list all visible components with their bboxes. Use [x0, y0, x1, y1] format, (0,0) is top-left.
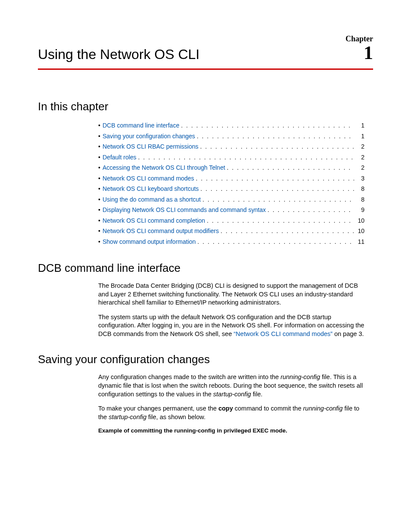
- bullet-icon: •: [98, 184, 103, 194]
- toc-leader-dots: [199, 141, 354, 152]
- toc-link[interactable]: Show command output information: [103, 236, 196, 247]
- toc-leader-dots: [137, 152, 354, 163]
- chapter-header: Chapter Using the Network OS CLI 1: [38, 34, 373, 70]
- toc-link[interactable]: Accessing the Network OS CLI through Tel…: [103, 162, 225, 173]
- text-run: To make your changes permanent, use the: [98, 405, 218, 412]
- bullet-icon: •: [98, 226, 103, 236]
- toc-row: •Network OS CLI command output modifiers…: [98, 226, 364, 236]
- bullet-icon: •: [98, 120, 103, 131]
- toc-page-number: 10: [354, 215, 364, 226]
- text-run: command to commit the: [233, 405, 303, 412]
- toc-page-number: 11: [354, 236, 364, 247]
- bullet-icon: •: [98, 152, 103, 163]
- bullet-icon: •: [98, 162, 103, 173]
- chapter-label: Chapter: [38, 34, 373, 44]
- toc-row: •Displaying Network OS CLI commands and …: [98, 205, 364, 215]
- bullet-icon: •: [98, 236, 103, 247]
- toc-row: •Accessing the Network OS CLI through Te…: [98, 162, 364, 173]
- bullet-icon: •: [98, 173, 103, 184]
- bullet-icon: •: [98, 131, 103, 142]
- toc-page-number: 8: [354, 184, 364, 194]
- heading-in-this-chapter: In this chapter: [38, 100, 373, 113]
- toc-leader-dots: [194, 173, 354, 184]
- toc-leader-dots: [205, 215, 354, 226]
- toc-link[interactable]: Network OS CLI RBAC permissions: [103, 141, 199, 152]
- toc-page-number: 9: [354, 205, 364, 215]
- toc-link[interactable]: DCB command line interface: [103, 120, 179, 131]
- toc-row: •Network OS CLI command completion10: [98, 215, 364, 226]
- toc-leader-dots: [195, 131, 354, 142]
- toc-row: •Default roles2: [98, 152, 364, 163]
- toc-leader-dots: [219, 226, 354, 236]
- toc-page-number: 3: [354, 173, 364, 184]
- text-run: file, as shown below.: [146, 414, 206, 420]
- toc-row: •Saving your configuration changes1: [98, 131, 364, 142]
- toc-leader-dots: [266, 205, 354, 215]
- toc-link[interactable]: Network OS CLI command output modifiers: [103, 226, 219, 236]
- toc-link[interactable]: Network OS CLI keyboard shortcuts: [103, 184, 199, 194]
- toc-leader-dots: [199, 184, 354, 194]
- example-label: Example of committing the running-config…: [98, 427, 373, 434]
- toc-page-number: 8: [354, 194, 364, 205]
- cross-reference-link[interactable]: “Network OS CLI command modes”: [234, 330, 333, 337]
- paragraph: To make your changes permanent, use the …: [98, 404, 369, 421]
- bullet-icon: •: [98, 141, 103, 152]
- command-copy: copy: [218, 405, 233, 412]
- text-run: Any configuration changes made to the sw…: [98, 373, 280, 380]
- toc-row: •Network OS CLI RBAC permissions2: [98, 141, 364, 152]
- term-startup-config: startup-config: [109, 414, 146, 420]
- chapter-number: 1: [364, 44, 373, 62]
- toc-leader-dots: [201, 194, 354, 205]
- text-run: file.: [251, 391, 263, 398]
- toc-row: •Using the do command as a shortcut8: [98, 194, 364, 205]
- heading-saving: Saving your configuration changes: [38, 353, 373, 366]
- toc-link[interactable]: Network OS CLI command modes: [103, 173, 194, 184]
- toc-row: •Network OS CLI command modes3: [98, 173, 364, 184]
- toc-row: •Network OS CLI keyboard shortcuts8: [98, 184, 364, 194]
- chapter-title: Using the Network OS CLI: [38, 47, 199, 62]
- toc-page-number: 1: [354, 131, 364, 142]
- toc-leader-dots: [196, 236, 354, 247]
- bullet-icon: •: [98, 194, 103, 205]
- text-run: on page 3.: [333, 330, 364, 337]
- toc-list: •DCB command line interface1•Saving your…: [98, 120, 364, 247]
- toc-row: •Show command output information11: [98, 236, 364, 247]
- page: Chapter Using the Network OS CLI 1 In th…: [0, 0, 411, 532]
- toc-link[interactable]: Using the do command as a shortcut: [103, 194, 201, 205]
- toc-page-number: 1: [354, 120, 364, 131]
- paragraph: The system starts up with the default Ne…: [98, 313, 369, 339]
- toc-leader-dots: [225, 162, 354, 173]
- toc-leader-dots: [179, 120, 354, 131]
- toc-page-number: 2: [354, 141, 364, 152]
- heading-dcb: DCB command line interface: [38, 261, 373, 275]
- toc-link[interactable]: Network OS CLI command completion: [103, 215, 205, 226]
- toc-page-number: 2: [354, 162, 364, 173]
- paragraph: Any configuration changes made to the sw…: [98, 373, 369, 398]
- bullet-icon: •: [98, 215, 103, 226]
- toc-link[interactable]: Default roles: [103, 152, 137, 163]
- term-running-config: running-config: [280, 373, 320, 380]
- toc-link[interactable]: Displaying Network OS CLI commands and c…: [103, 205, 266, 215]
- term-running-config: running-config: [303, 405, 343, 412]
- term-startup-config: startup-config: [213, 391, 251, 398]
- toc-page-number: 2: [354, 152, 364, 163]
- bullet-icon: •: [98, 205, 103, 215]
- toc-row: •DCB command line interface1: [98, 120, 364, 131]
- toc-page-number: 10: [354, 226, 364, 236]
- paragraph: The Brocade Data Center Bridging (DCB) C…: [98, 282, 369, 307]
- title-row: Using the Network OS CLI 1: [38, 44, 373, 70]
- toc-link[interactable]: Saving your configuration changes: [103, 131, 195, 142]
